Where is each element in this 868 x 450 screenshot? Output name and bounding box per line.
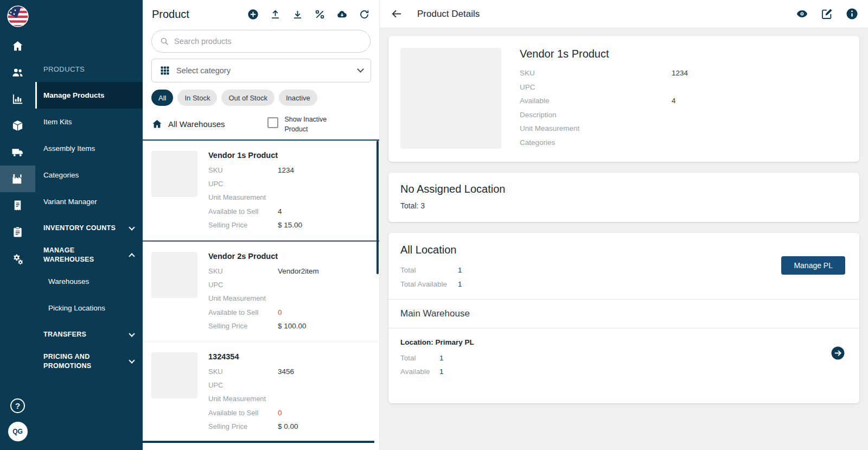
product-thumbnail [151, 352, 197, 398]
icon-rail: ? QG [0, 0, 35, 450]
download-icon [292, 9, 303, 20]
home-icon [11, 40, 24, 52]
rail-reports-button[interactable] [0, 86, 35, 112]
details-title: Product Details [417, 9, 480, 20]
vertical-scrollbar[interactable] [376, 141, 379, 274]
view-button[interactable] [796, 8, 808, 20]
product-list-item[interactable]: Vendor 2s Product SKUVendor2item UPC Uni… [143, 242, 379, 342]
field-label: Available to Sell [208, 406, 278, 420]
factory-icon [11, 173, 24, 185]
sidebar-group-pricing-promotions[interactable]: PRICING AND PROMOTIONS [35, 348, 143, 375]
field-label: Available to Sell [208, 306, 278, 319]
page-title: Product [152, 8, 189, 21]
product-thumbnail [151, 151, 197, 197]
field-label: Selling Price [208, 420, 278, 433]
horizontal-scrollbar[interactable] [143, 441, 374, 443]
sidebar-item-categories[interactable]: Categories [35, 162, 143, 188]
detail-value: 1234 [672, 66, 688, 80]
refresh-button[interactable] [359, 9, 370, 20]
detail-label: Description [520, 108, 672, 122]
sidebar-item-variant-manager[interactable]: Variant Manager [35, 188, 143, 215]
sidebar-item-warehouses[interactable]: Warehouses [35, 268, 143, 295]
clipboard-icon [11, 226, 24, 238]
truck-icon [11, 146, 24, 159]
product-details-panel: Product Details Vendor 1s Product SKU123… [380, 0, 868, 450]
product-name: Vendor 1s Product [208, 151, 371, 160]
info-icon [846, 8, 858, 20]
field-value: $ 0.00 [278, 420, 298, 433]
field-value: 1234 [278, 163, 294, 177]
rail-invoices-button[interactable] [0, 192, 35, 219]
warehouse-selector[interactable]: All Warehouses [151, 118, 225, 130]
detail-value: 1 [458, 263, 462, 277]
search-box [151, 30, 371, 53]
sidebar-group-transfers[interactable]: TRANSFERS [35, 321, 143, 348]
products-box-icon [11, 119, 24, 132]
info-button[interactable] [846, 8, 858, 20]
detail-value: 4 [672, 94, 676, 108]
flag-logo-icon [7, 5, 29, 27]
filter-out-of-stock[interactable]: Out of Stock [221, 90, 275, 106]
field-value: 0 [278, 406, 282, 420]
field-value: $ 15.00 [278, 218, 302, 232]
discount-button[interactable] [314, 9, 326, 20]
warehouse-name: Main Warehouse [388, 300, 859, 328]
field-label: SKU [208, 163, 278, 177]
detail-value: 1 [439, 351, 444, 365]
sidebar-group-inventory-counts[interactable]: INVENTORY COUNTS [35, 215, 143, 242]
rail-shipping-button[interactable] [0, 139, 35, 166]
show-inactive-checkbox[interactable] [267, 117, 278, 128]
rail-inventory-button[interactable] [0, 166, 35, 192]
rail-settings-button[interactable] [0, 245, 35, 272]
filter-inactive[interactable]: Inactive [279, 90, 317, 106]
edit-button[interactable] [821, 8, 833, 20]
field-label: SKU [208, 365, 278, 378]
field-label: SKU [208, 264, 278, 278]
rail-orders-button[interactable] [0, 112, 35, 139]
open-location-button[interactable] [831, 346, 845, 362]
sidebar-item-manage-products[interactable]: Manage Products [35, 82, 143, 109]
nav-section-products: PRODUCTS [35, 56, 143, 82]
back-button[interactable] [391, 8, 403, 20]
filter-all[interactable]: All [151, 90, 173, 106]
search-input[interactable] [174, 37, 362, 46]
field-value: $ 100.00 [278, 319, 307, 333]
field-value: 3456 [278, 365, 294, 378]
sidebar-group-manage-warehouses[interactable]: MANAGE WAREHOUSES [35, 242, 143, 268]
rail-tasks-button[interactable] [0, 219, 35, 245]
rail-home-button[interactable] [0, 33, 35, 59]
chevron-down-icon [129, 331, 135, 337]
filter-in-stock[interactable]: In Stock [177, 90, 217, 106]
add-product-button[interactable] [247, 9, 259, 20]
detail-label: SKU [520, 66, 672, 80]
product-list-item[interactable]: Vendor 1s Product SKU1234 UPC Unit Measu… [143, 141, 379, 242]
chevron-up-icon [129, 253, 135, 259]
product-summary-fields: Vendor 1s Product SKU1234 UPC Available4… [520, 48, 688, 150]
rail-customers-button[interactable] [0, 59, 35, 86]
manage-pl-button[interactable]: Manage PL [781, 256, 845, 275]
help-button[interactable]: ? [10, 398, 25, 413]
product-name: Vendor 2s Product [208, 252, 371, 261]
product-list-item[interactable]: 1324354 SKU3456 UPC Unit Measurement Ava… [143, 342, 379, 442]
cloud-download-button[interactable] [336, 9, 348, 20]
group-label: TRANSFERS [43, 330, 86, 339]
invoice-icon [11, 199, 24, 212]
product-info: Vendor 2s Product SKUVendor2item UPC Uni… [208, 252, 371, 333]
group-label: INVENTORY COUNTS [43, 224, 116, 233]
warehouse-selector-label: All Warehouses [168, 119, 225, 129]
category-select[interactable]: Select category [151, 59, 371, 83]
grid-icon [159, 65, 170, 76]
sidebar-item-item-kits[interactable]: Item Kits [35, 109, 143, 135]
eye-icon [796, 8, 808, 20]
detail-label: Available [400, 365, 439, 378]
download-button[interactable] [292, 9, 303, 20]
avatar[interactable]: QG [8, 422, 28, 441]
sidebar-item-picking-locations[interactable]: Picking Locations [35, 295, 143, 321]
location-block: Location: Primary PL Total1 Available1 [388, 328, 859, 403]
upload-button[interactable] [270, 9, 281, 20]
chevron-down-icon [357, 66, 364, 73]
product-name: 1324354 [208, 352, 371, 361]
detail-label: Categories [520, 136, 672, 150]
product-detail-name: Vendor 1s Product [520, 48, 688, 60]
sidebar-item-assembly-items[interactable]: Assembly Items [35, 135, 143, 162]
